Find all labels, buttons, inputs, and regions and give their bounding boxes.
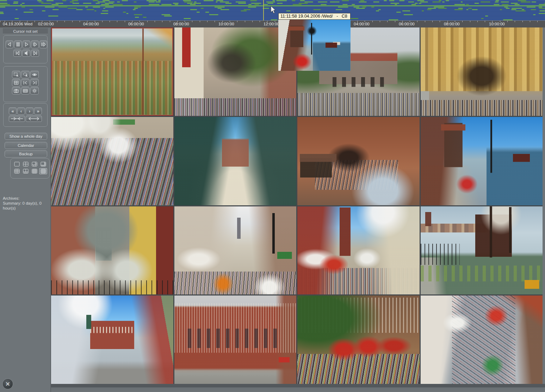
bottom-bar: [0, 384, 545, 392]
camera-cell-C4[interactable]: [421, 27, 543, 116]
camera-cell-C8[interactable]: [421, 117, 543, 205]
mark-in-button[interactable]: [21, 79, 30, 86]
camera-cell-C12[interactable]: [421, 206, 543, 295]
jump-start-button[interactable]: [13, 50, 21, 57]
cursor-status-label: Cursor not set: [3, 29, 48, 34]
select-area-button[interactable]: [12, 71, 20, 78]
eye-button[interactable]: [30, 71, 39, 78]
layout-option-9[interactable]: [13, 168, 20, 174]
layout-option-10[interactable]: [22, 168, 29, 174]
grid-view-button[interactable]: [12, 79, 20, 86]
ruler-time-label: 10:00:00: [489, 22, 505, 26]
camera-cell-C11[interactable]: [297, 206, 420, 295]
export-tape-button[interactable]: [21, 87, 30, 94]
playback-controls-group: [3, 35, 48, 63]
camera-cell-C13[interactable]: [51, 295, 173, 384]
fast-forward-button[interactable]: »: [34, 107, 42, 114]
layout-option-4[interactable]: [22, 161, 29, 167]
close-button[interactable]: ✕: [3, 379, 13, 389]
step-play-button[interactable]: [31, 41, 39, 48]
backup-button[interactable]: Backup: [5, 150, 47, 157]
forward-button[interactable]: ›: [26, 107, 33, 114]
back-button[interactable]: ‹: [17, 107, 25, 114]
camera-cell-C9[interactable]: [51, 206, 173, 295]
expand-range-button[interactable]: [26, 116, 42, 122]
lasso-select-button[interactable]: [21, 71, 30, 78]
fast-play-button[interactable]: [39, 41, 47, 48]
frame-preview-thumbnail: [278, 20, 351, 71]
ruler-time-label: 04:00:00: [83, 22, 99, 26]
brightness-button[interactable]: [30, 87, 39, 94]
camera-cell-C10[interactable]: [174, 206, 297, 295]
layout-selector-group: [10, 158, 50, 179]
time-ruler[interactable]: 04.19.2006 Wed 02:00:0004:00:0006:00:000…: [0, 20, 545, 27]
layout-option-8[interactable]: [39, 161, 47, 167]
show-whole-day-button[interactable]: Show a whole day: [5, 133, 47, 140]
timeline-tooltip: 11:11:58 19.04.2006 /Wed/ - C8: [278, 13, 351, 20]
mark-out-button[interactable]: [30, 79, 39, 86]
mouse-pointer-icon: [271, 6, 277, 14]
camera-grid: [51, 27, 543, 384]
tools-group: [3, 66, 48, 102]
collapse-range-button[interactable]: [9, 116, 25, 122]
ruler-time-label: 06:00:00: [399, 22, 415, 26]
audio-button[interactable]: [22, 50, 30, 57]
camera-cell-C7[interactable]: [297, 117, 420, 205]
camera-cell-C16[interactable]: [421, 295, 543, 384]
camera-cell-C14[interactable]: [174, 295, 297, 384]
camera-cell-C1[interactable]: [51, 27, 173, 116]
camera-cell-C5[interactable]: [51, 117, 173, 205]
ruler-time-label: 06:00:00: [128, 22, 144, 26]
fast-back-button[interactable]: «: [9, 107, 17, 114]
camera-cell-C6[interactable]: [174, 117, 297, 205]
navigation-group: «‹›»: [3, 103, 48, 127]
layout-option-13[interactable]: [31, 168, 38, 174]
layout-option-1[interactable]: [13, 161, 20, 167]
camera-cell-C15[interactable]: [297, 295, 420, 384]
layout-option-6[interactable]: [31, 161, 38, 167]
ruler-time-label: 08:00:00: [444, 22, 460, 26]
ruler-time-label: 10:00:00: [218, 22, 234, 26]
timeline-cursor-line[interactable]: [263, 0, 264, 20]
play-button[interactable]: [23, 41, 30, 48]
sidebar: Cursor not set «‹›» Show a whole day Cal…: [0, 27, 51, 392]
calendar-button[interactable]: Calendar: [5, 142, 47, 149]
ruler-time-label: 08:00:00: [173, 22, 189, 26]
pause-button[interactable]: [14, 41, 22, 48]
ruler-time-label: 12:00:00: [264, 22, 279, 26]
ruler-time-label: 04:00:00: [354, 22, 370, 26]
layout-option-16[interactable]: [39, 168, 47, 174]
ruler-time-label: 02:00:00: [38, 22, 54, 26]
archives-summary: Archives: Summary: 0 day(s), 0 hour(s): [3, 196, 49, 211]
ruler-date-label: 04.19.2006 Wed: [3, 22, 32, 26]
play-reverse-button[interactable]: [6, 41, 13, 48]
jump-end-button[interactable]: [31, 50, 39, 57]
snapshot-button[interactable]: [12, 87, 20, 94]
